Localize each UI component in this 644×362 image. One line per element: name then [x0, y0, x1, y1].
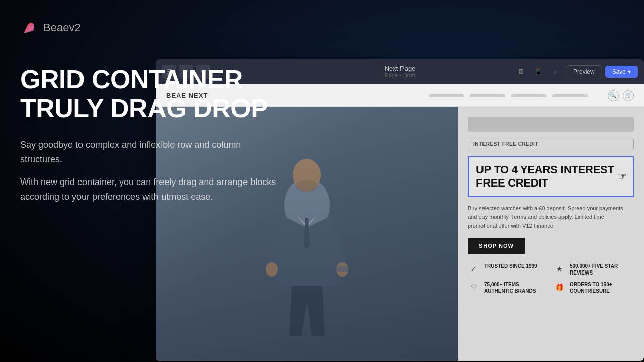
nav-icons: 🔍 🛒 — [608, 90, 634, 101]
interest-badge: INTEREST FREE CREDIT — [468, 139, 634, 149]
trust-item-4: 🎁 ORDERS TO 150+ COUNTRIESURE — [553, 281, 634, 294]
desktop-view-button[interactable]: 🖥 — [514, 65, 528, 79]
nav-link-2 — [470, 94, 505, 97]
trust-item-1: ✓ TRUSTED SINCE 1999 — [468, 263, 548, 276]
nav-link-4 — [552, 94, 588, 97]
left-content: GRID CONTAINER TRULY DRAG DROP Say goodb… — [20, 65, 282, 212]
logo-area: Beaev2 — [20, 19, 81, 37]
reviews-icon: ★ — [553, 263, 566, 275]
page-status: Page • Draft — [385, 72, 416, 78]
nav-link-1 — [429, 94, 464, 97]
orders-text: ORDERS TO 150+ COUNTRIESURE — [570, 281, 634, 294]
shop-now-button[interactable]: SHOP NOW — [468, 238, 525, 254]
trust-item-2: ★ 500,000+ FIVE STAR REVIEWS — [553, 263, 634, 276]
beae-logo-icon — [20, 19, 38, 37]
preview-button[interactable]: Preview — [566, 65, 602, 78]
nav-link-3 — [511, 94, 546, 97]
top-bar: Beaev2 — [0, 0, 644, 55]
toolbar-right: 🖥 📱 ⬦ Preview Save ▾ — [514, 65, 638, 79]
reviews-text: 500,000+ FIVE STAR REVIEWS — [570, 263, 634, 276]
description-text: Buy selected watches with a £0 deposit. … — [468, 204, 634, 231]
toolbar-title: Next Page Page • Draft — [385, 65, 416, 78]
search-nav-icon[interactable]: 🔍 — [608, 90, 619, 101]
items-icon: ♡ — [468, 281, 480, 293]
top-gray-area — [468, 117, 634, 132]
headline-box[interactable]: UP TO 4 YEARS INTEREST FREE CREDIT ☞ — [468, 156, 634, 197]
trusted-text: TRUSTED SINCE 1999 — [484, 263, 537, 269]
cart-nav-icon[interactable]: 🛒 — [623, 90, 634, 101]
subtext-2: With new grid container, you can freely … — [20, 175, 282, 204]
orders-icon: 🎁 — [553, 281, 566, 293]
save-dropdown-icon[interactable]: ▾ — [628, 68, 631, 75]
settings-button[interactable]: ⬦ — [548, 65, 562, 79]
save-button[interactable]: Save ▾ — [605, 66, 638, 78]
trust-item-3: ♡ 75,000+ ITEMS AUTHENTIC BRANDS — [468, 281, 548, 294]
main-heading: GRID CONTAINER TRULY DRAG DROP — [20, 65, 282, 123]
subtext-1: Say goodbye to complex and inflexible ro… — [20, 138, 282, 167]
right-column: INTEREST FREE CREDIT UP TO 4 YEARS INTER… — [458, 107, 644, 361]
headline-text: UP TO 4 YEARS INTEREST FREE CREDIT — [476, 163, 626, 190]
items-text: 75,000+ ITEMS AUTHENTIC BRANDS — [484, 281, 548, 294]
trusted-icon: ✓ — [468, 263, 480, 275]
nav-links — [429, 94, 588, 97]
logo-text: Beaev2 — [43, 21, 81, 34]
grab-cursor-icon: ☞ — [618, 170, 627, 183]
mobile-view-button[interactable]: 📱 — [531, 65, 545, 79]
trust-grid: ✓ TRUSTED SINCE 1999 ★ 500,000+ FIVE STA… — [468, 263, 634, 294]
page-name: Next Page — [385, 65, 416, 72]
